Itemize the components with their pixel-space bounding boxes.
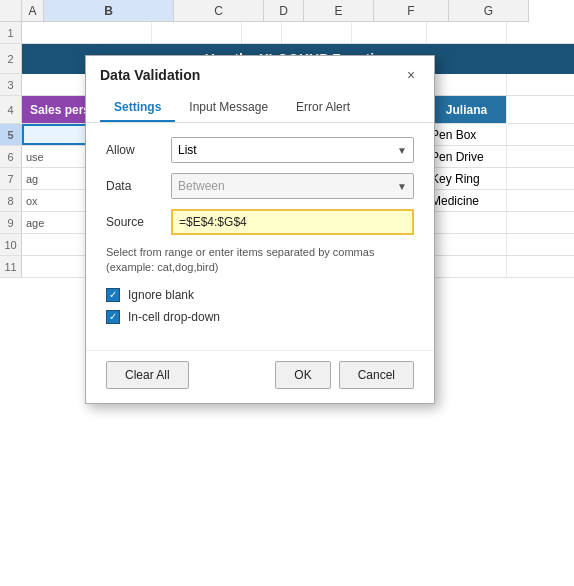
row-num-8: 8	[0, 190, 22, 211]
source-hint: Select from range or enter items separat…	[106, 245, 414, 276]
col-header-b: B	[44, 0, 174, 22]
row-num-10: 10	[0, 234, 22, 255]
cell-g5[interactable]: Pen Box	[427, 124, 507, 145]
cell-e1[interactable]	[282, 22, 352, 43]
allow-dropdown[interactable]: List ▼	[171, 137, 414, 163]
cell-g3[interactable]	[427, 74, 507, 95]
tab-input-message[interactable]: Input Message	[175, 94, 282, 122]
cell-g8[interactable]: Medicine	[427, 190, 507, 211]
dialog-title: Data Validation	[100, 67, 200, 83]
data-row: Data Between ▼	[106, 173, 414, 199]
cell-d1[interactable]	[242, 22, 282, 43]
row-num-2: 2	[0, 44, 22, 73]
tab-settings[interactable]: Settings	[100, 94, 175, 122]
dialog-footer: Clear All OK Cancel	[86, 350, 434, 403]
action-buttons: OK Cancel	[275, 361, 414, 389]
col-header-g: G	[449, 0, 529, 22]
cell-b1[interactable]	[22, 22, 152, 43]
allow-dropdown-arrow: ▼	[397, 145, 407, 156]
allow-label: Allow	[106, 143, 171, 157]
col-header-f: F	[374, 0, 449, 22]
tab-error-alert[interactable]: Error Alert	[282, 94, 364, 122]
data-dropdown-arrow: ▼	[397, 181, 407, 192]
data-dropdown[interactable]: Between ▼	[171, 173, 414, 199]
incell-dropdown-row: ✓ In-cell drop-down	[106, 310, 414, 324]
cell-g6[interactable]: Pen Drive	[427, 146, 507, 167]
clear-all-button[interactable]: Clear All	[106, 361, 189, 389]
allow-row: Allow List ▼	[106, 137, 414, 163]
row-num-3: 3	[0, 74, 22, 95]
source-row: Source	[106, 209, 414, 235]
data-validation-dialog: Data Validation × Settings Input Message…	[85, 55, 435, 404]
col-header-e: E	[304, 0, 374, 22]
source-label: Source	[106, 215, 171, 229]
col-header-d: D	[264, 0, 304, 22]
cell-g10[interactable]	[427, 234, 507, 255]
data-value: Between	[178, 179, 225, 193]
close-button[interactable]: ×	[402, 66, 420, 84]
row-num-9: 9	[0, 212, 22, 233]
ignore-blank-row: ✓ Ignore blank	[106, 288, 414, 302]
row-num-4: 4	[0, 96, 22, 123]
cell-g11[interactable]	[427, 256, 507, 277]
cell-g1[interactable]	[427, 22, 507, 43]
checkmark-icon-2: ✓	[109, 312, 117, 322]
col-header-a: A	[22, 0, 44, 22]
incell-dropdown-label: In-cell drop-down	[128, 310, 220, 324]
incell-dropdown-checkbox[interactable]: ✓	[106, 310, 120, 324]
cell-g9[interactable]	[427, 212, 507, 233]
ignore-blank-label: Ignore blank	[128, 288, 194, 302]
cell-c1[interactable]	[152, 22, 242, 43]
row-num-5: 5	[0, 124, 22, 145]
row-num-1: 1	[0, 22, 22, 43]
row-num-7: 7	[0, 168, 22, 189]
ignore-blank-checkbox[interactable]: ✓	[106, 288, 120, 302]
spreadsheet: A B C D E F G 1 2 Use the XLOOKUP Functi…	[0, 0, 574, 586]
allow-value: List	[178, 143, 197, 157]
col-header-c: C	[174, 0, 264, 22]
dialog-title-bar: Data Validation ×	[86, 56, 434, 90]
ok-button[interactable]: OK	[275, 361, 330, 389]
source-input[interactable]	[171, 209, 414, 235]
row-num-11: 11	[0, 256, 22, 277]
column-headers: A B C D E F G	[0, 0, 574, 22]
cancel-button[interactable]: Cancel	[339, 361, 414, 389]
cell-f1[interactable]	[352, 22, 427, 43]
checkmark-icon: ✓	[109, 290, 117, 300]
corner-header	[0, 0, 22, 22]
cell-g7[interactable]: Key Ring	[427, 168, 507, 189]
cell-juliana[interactable]: Juliana	[427, 96, 507, 123]
row-num-6: 6	[0, 146, 22, 167]
data-label: Data	[106, 179, 171, 193]
row-1: 1	[0, 22, 574, 44]
dialog-body: Allow List ▼ Data Between ▼ Source Selec…	[86, 123, 434, 346]
dialog-tabs: Settings Input Message Error Alert	[86, 94, 434, 123]
